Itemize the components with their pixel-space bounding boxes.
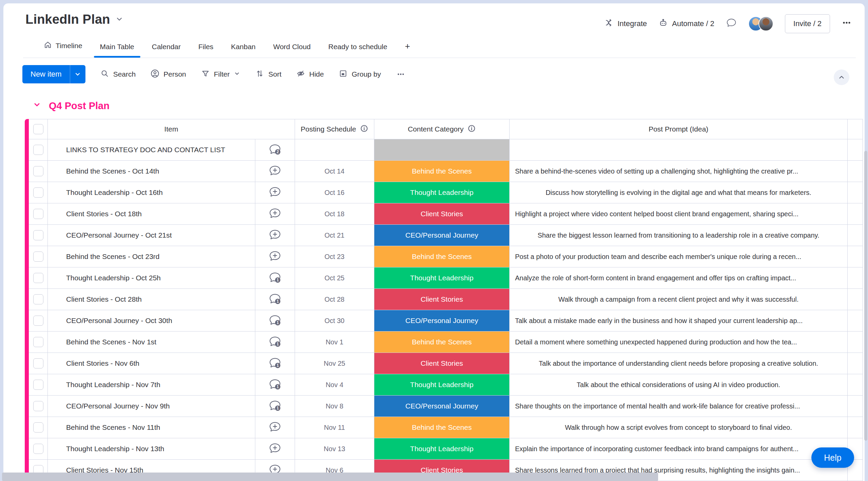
- content-category-cell[interactable]: Thought Leadership: [374, 182, 510, 203]
- item-cell[interactable]: CEO/Personal Journey - Oct 30th: [48, 310, 255, 331]
- content-category-cell[interactable]: Behind the Scenes: [374, 332, 510, 353]
- tab-kanban[interactable]: Kanban: [222, 43, 264, 57]
- help-button[interactable]: Help: [811, 447, 854, 468]
- post-prompt-cell[interactable]: Share the biggest lesson learned from tr…: [510, 225, 848, 246]
- posting-date-cell[interactable]: Oct 16: [295, 182, 374, 203]
- row-checkbox[interactable]: [33, 187, 43, 198]
- item-cell[interactable]: Thought Leadership - Oct 16th: [48, 182, 255, 203]
- posting-date-cell[interactable]: Nov 11: [295, 417, 374, 438]
- tab-main-table[interactable]: Main Table: [91, 43, 143, 57]
- posting-date-cell[interactable]: Nov 4: [295, 374, 374, 395]
- invite-button[interactable]: Invite / 2: [785, 14, 830, 33]
- posting-date-cell[interactable]: Oct 18: [295, 203, 374, 224]
- content-category-cell[interactable]: Behind the Scenes: [374, 161, 510, 182]
- group-by-button[interactable]: Group by: [339, 69, 381, 80]
- post-prompt-cell[interactable]: Share a behind-the-scenes video of setti…: [510, 161, 848, 182]
- conversation-cell[interactable]: 1: [255, 417, 295, 438]
- posting-date-cell[interactable]: Nov 8: [295, 396, 374, 417]
- column-header-content-category[interactable]: Content Category: [374, 119, 510, 139]
- post-prompt-cell[interactable]: Talk about a mistake made early in the b…: [510, 310, 848, 331]
- conversation-cell[interactable]: 2: [255, 139, 295, 160]
- row-checkbox[interactable]: [33, 337, 43, 347]
- row-checkbox[interactable]: [33, 294, 43, 304]
- row-checkbox[interactable]: [33, 422, 43, 433]
- row-checkbox[interactable]: [33, 380, 43, 390]
- post-prompt-cell[interactable]: Detail a moment where something unexpect…: [510, 332, 848, 353]
- row-checkbox[interactable]: [33, 230, 43, 240]
- new-item-button[interactable]: New item: [22, 65, 85, 83]
- toolbar-more-options-button[interactable]: [396, 69, 406, 79]
- conversation-cell[interactable]: 1: [255, 225, 295, 246]
- group-title[interactable]: Q4 Post Plan: [49, 100, 110, 112]
- item-cell[interactable]: Behind the Scenes - Nov 11th: [48, 417, 255, 438]
- column-header-post-prompt[interactable]: Post Prompt (Idea): [510, 119, 848, 139]
- content-category-cell[interactable]: Thought Leadership: [374, 438, 510, 459]
- content-category-cell[interactable]: Client Stories: [374, 203, 510, 224]
- group-collapse-chevron-icon[interactable]: [33, 100, 41, 112]
- content-category-cell[interactable]: Thought Leadership: [374, 267, 510, 288]
- tab-ready-to-schedule[interactable]: Ready to schedule: [319, 43, 396, 57]
- content-category-cell[interactable]: CEO/Personal Journey: [374, 396, 510, 417]
- row-checkbox[interactable]: [33, 316, 43, 326]
- tab-files[interactable]: Files: [190, 43, 222, 57]
- conversation-cell[interactable]: 1: [255, 289, 295, 310]
- horizontal-scrollbar[interactable]: [2, 473, 658, 481]
- row-checkbox[interactable]: [33, 166, 43, 176]
- sort-button[interactable]: Sort: [255, 69, 281, 80]
- post-prompt-cell[interactable]: Discuss how storytelling is evolving in …: [510, 182, 848, 203]
- select-all-checkbox[interactable]: [33, 124, 43, 134]
- column-header-item[interactable]: Item: [48, 119, 295, 139]
- row-checkbox[interactable]: [33, 145, 43, 155]
- tab-word-cloud[interactable]: Word Cloud: [264, 43, 320, 57]
- post-prompt-cell[interactable]: Explain the importance of incorporating …: [510, 438, 848, 459]
- content-category-cell[interactable]: Client Stories: [374, 353, 510, 374]
- hide-button[interactable]: Hide: [296, 69, 324, 80]
- row-checkbox[interactable]: [33, 273, 43, 283]
- posting-date-cell[interactable]: Oct 30: [295, 310, 374, 331]
- content-category-cell[interactable]: [374, 139, 510, 160]
- row-checkbox[interactable]: [33, 401, 43, 411]
- integrate-button[interactable]: Integrate: [604, 18, 647, 29]
- content-category-cell[interactable]: Thought Leadership: [374, 374, 510, 395]
- tab-timeline[interactable]: Timeline: [35, 40, 91, 57]
- post-prompt-cell[interactable]: Talk about the importance of understandi…: [510, 353, 848, 374]
- conversation-cell[interactable]: 1: [255, 182, 295, 203]
- item-cell[interactable]: Behind the Scenes - Oct 23rd: [48, 246, 255, 267]
- posting-date-cell[interactable]: Oct 23: [295, 246, 374, 267]
- board-title-chevron-icon[interactable]: [115, 15, 124, 25]
- conversation-cell[interactable]: 1: [255, 353, 295, 374]
- item-cell[interactable]: Behind the Scenes - Oct 14th: [48, 161, 255, 182]
- content-category-cell[interactable]: Behind the Scenes: [374, 246, 510, 267]
- conversation-cell[interactable]: 1: [255, 267, 295, 288]
- post-prompt-cell[interactable]: Talk about the ethical considerations of…: [510, 374, 848, 395]
- item-cell[interactable]: Behind the Scenes - Nov 1st: [48, 332, 255, 353]
- posting-date-cell[interactable]: Oct 21: [295, 225, 374, 246]
- person-filter-button[interactable]: Person: [151, 69, 186, 80]
- item-cell[interactable]: Client Stories - Oct 28th: [48, 289, 255, 310]
- item-cell[interactable]: CEO/Personal Journey - Oct 21st: [48, 225, 255, 246]
- post-prompt-cell[interactable]: Analyze the role of short-form content i…: [510, 267, 848, 288]
- conversation-cell[interactable]: 1: [255, 374, 295, 395]
- item-cell[interactable]: CEO/Personal Journey - Nov 9th: [48, 396, 255, 417]
- posting-date-cell[interactable]: Nov 25: [295, 353, 374, 374]
- post-prompt-cell[interactable]: Highlight a project where video content …: [510, 203, 848, 224]
- board-members-avatars[interactable]: [748, 16, 773, 31]
- row-checkbox[interactable]: [33, 444, 43, 454]
- post-prompt-cell[interactable]: Post a photo of your production team and…: [510, 246, 848, 267]
- item-cell[interactable]: LINKS TO STRATEGY DOC AND CONTACT LIST: [48, 139, 255, 160]
- board-discussion-button[interactable]: [726, 17, 737, 30]
- column-header-posting-schedule[interactable]: Posting Schedule: [295, 119, 374, 139]
- content-category-cell[interactable]: Behind the Scenes: [374, 417, 510, 438]
- new-item-dropdown-button[interactable]: [70, 65, 85, 83]
- content-category-cell[interactable]: Client Stories: [374, 289, 510, 310]
- post-prompt-cell[interactable]: Walk through how a script evolves from c…: [510, 417, 848, 438]
- add-column-cell[interactable]: [848, 119, 863, 139]
- post-prompt-cell[interactable]: Share thoughts on the importance of ment…: [510, 396, 848, 417]
- conversation-cell[interactable]: 1: [255, 203, 295, 224]
- conversation-cell[interactable]: 1: [255, 161, 295, 182]
- filter-button[interactable]: Filter: [201, 69, 241, 80]
- content-category-cell[interactable]: CEO/Personal Journey: [374, 310, 510, 331]
- posting-date-cell[interactable]: [295, 139, 374, 160]
- posting-date-cell[interactable]: Oct 28: [295, 289, 374, 310]
- post-prompt-cell[interactable]: Walk through a campaign from a recent cl…: [510, 289, 848, 310]
